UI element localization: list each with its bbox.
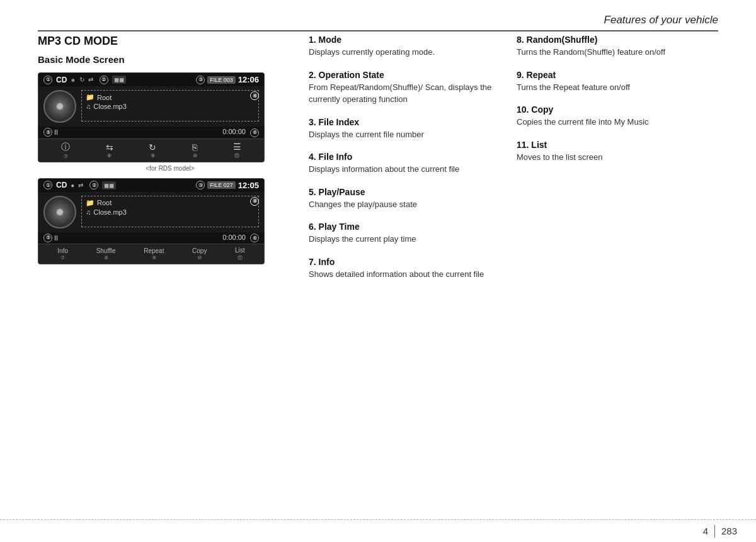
item-desc: Displays the current play time <box>309 233 498 246</box>
item-group: 5. Play/PauseChanges the play/pause stat… <box>309 187 498 211</box>
header-bar <box>38 30 718 31</box>
num5-badge: ⑤ <box>43 128 52 137</box>
item-desc: Copies the current file into My Music <box>517 116 706 128</box>
copy-label: Copy <box>192 247 207 254</box>
item-num: 11. List <box>517 140 706 150</box>
s2-num1-badge: ① <box>43 181 52 189</box>
mid-items-container: 1. ModeDisplays currently operating mode… <box>309 35 498 280</box>
s2-num6-badge: ⑥ <box>250 234 259 242</box>
num3-badge: ③ <box>196 76 205 84</box>
item-group: 2. Operation StateFrom Repeat/Random(Shu… <box>309 70 498 106</box>
nav2-copy[interactable]: Copy ⑩ <box>192 247 207 261</box>
right-items-container: 8. Random(Shuffle)Turns the Random(Shuff… <box>517 35 706 163</box>
page-title: MP3 CD MODE <box>38 35 302 48</box>
screen2-top-left: ① CD ● ⇄ ② ◼◼ <box>43 181 116 189</box>
item-group: 4. File InfoDisplays information about t… <box>309 152 498 176</box>
page-number: 283 <box>721 526 737 536</box>
item-num: 1. Mode <box>309 35 498 45</box>
screen2-bottom-bar: ⑤ II 0:00:00 ⑥ <box>38 232 264 244</box>
screen1-cd-label: CD <box>56 76 67 84</box>
s2-num7: ⑦ <box>60 255 65 261</box>
mid-column: 1. ModeDisplays currently operating mode… <box>309 35 498 291</box>
list-icon: ☰ <box>233 142 241 152</box>
screen1-bottom-bar: ⑤ II 0:00:00 ⑥ <box>38 127 264 138</box>
item-desc: Moves to the list screen <box>517 151 706 164</box>
file2-name: Close.mp3 <box>93 208 127 216</box>
nav2-list[interactable]: List ⑪ <box>235 247 245 261</box>
screen2-file-badge: FILE 027 <box>207 181 236 189</box>
item-desc: Turns the Random(Shuffle) feature on/off <box>517 46 706 59</box>
item-desc: From Repeat/Random(Shuffle)/ Scan, displ… <box>309 81 498 106</box>
item-desc: Displays information about the current f… <box>309 163 498 176</box>
s2-num2-badge: ② <box>89 181 98 189</box>
screen2-main: 📁 Root ♫ Close.mp3 ④ <box>38 192 264 232</box>
item-num: 5. Play/Pause <box>309 187 498 197</box>
time2-display: 0:00:00 ⑥ <box>222 234 259 243</box>
s2-num11: ⑪ <box>238 254 243 261</box>
item-num: 7. Info <box>309 257 498 267</box>
s2-num10: ⑩ <box>197 255 202 261</box>
num2-badge: ② <box>100 76 108 84</box>
screen1-nav-bar: ⓘ ⑦ ⇆ ⑧ ↻ ⑨ ⎘ ⑩ ☰ ⑪ <box>38 138 264 162</box>
play-state: ⑤ II <box>43 128 58 137</box>
num4-badge: ④ <box>250 91 259 100</box>
shuffle-icon: ⇆ <box>106 142 113 152</box>
repeat-icon: ↻ <box>149 142 156 152</box>
list-label: List <box>235 247 245 254</box>
main-content: MP3 CD MODE Basic Mode Screen ① CD ● ↻ ⇄… <box>38 35 718 519</box>
s2-num8: ⑧ <box>104 255 108 261</box>
nav-list: ☰ ⑪ <box>233 142 241 159</box>
screen2-mockup: ① CD ● ⇄ ② ◼◼ ③ FILE 027 12:05 <box>38 178 265 265</box>
s2-num3-badge: ③ <box>196 181 205 189</box>
nav2-info[interactable]: Info ⑦ <box>57 247 68 261</box>
item-group: 9. RepeatTurns the Repeat feature on/off <box>517 70 706 94</box>
item-num: 3. File Index <box>309 117 498 127</box>
item-num: 8. Random(Shuffle) <box>517 35 706 45</box>
chapter-number: 4 <box>703 526 708 536</box>
note2-icon: ♫ <box>86 208 91 216</box>
screen1-mockup: ① CD ● ↻ ⇄ ② ◼◼ ③ FILE 003 12:06 <box>38 72 265 162</box>
screen2-nav-bar: Info ⑦ Shuffle ⑧ Repeat ⑨ Copy ⑩ List <box>38 244 264 264</box>
folder-icon: 📁 <box>86 93 94 101</box>
s2-num4-badge: ④ <box>250 197 259 206</box>
file-name: Close.mp3 <box>93 103 127 110</box>
item-num: 10. Copy <box>517 104 706 115</box>
copy-icon: ⎘ <box>192 142 197 152</box>
file2-row: ♫ Close.mp3 <box>86 208 255 216</box>
play2-symbol: II <box>54 234 58 242</box>
num9-label: ⑨ <box>151 153 155 159</box>
folder2-row: 📁 Root <box>86 199 255 207</box>
footer: 4 283 <box>0 519 756 542</box>
disc-icon <box>43 90 76 123</box>
item-group: 7. InfoShows detailed information about … <box>309 257 498 281</box>
header-title: Features of your vehicle <box>604 14 718 26</box>
play-time: 0:00:00 <box>222 128 246 135</box>
item-num: 9. Repeat <box>517 70 706 80</box>
folder-row: 📁 Root <box>86 93 255 101</box>
s2-num5-badge: ⑤ <box>43 234 52 242</box>
footer-page: 4 283 <box>703 525 737 538</box>
num1-badge: ① <box>43 76 52 84</box>
sub-title: Basic Mode Screen <box>38 54 302 65</box>
num6-badge: ⑥ <box>250 128 259 137</box>
rds-label: <for RDS model> <box>38 165 302 172</box>
num8-label: ⑧ <box>107 153 112 159</box>
nav2-repeat[interactable]: Repeat ⑨ <box>144 247 164 261</box>
item-desc: Turns the Repeat feature on/off <box>517 81 706 94</box>
play-symbol: II <box>54 128 58 136</box>
repeat-label: Repeat <box>144 247 164 254</box>
screen1-top-left: ① CD ● ↻ ⇄ ② ◼◼ <box>43 76 126 84</box>
nav-info: ⓘ ⑦ <box>61 142 70 159</box>
item-group: 11. ListMoves to the list screen <box>517 140 706 164</box>
disc-center <box>57 103 63 110</box>
time-display: 0:00:00 ⑥ <box>222 128 259 137</box>
nav-repeat: ↻ ⑨ <box>149 142 156 159</box>
note-icon: ♫ <box>86 103 91 110</box>
item-num: 2. Operation State <box>309 70 498 80</box>
item-desc: Shows detailed information about the cur… <box>309 268 498 281</box>
nav2-shuffle[interactable]: Shuffle ⑧ <box>96 247 116 261</box>
footer-separator <box>714 525 715 538</box>
left-column: MP3 CD MODE Basic Mode Screen ① CD ● ↻ ⇄… <box>38 35 302 267</box>
s2-num9: ⑨ <box>152 255 156 261</box>
play2-state: ⑤ II <box>43 234 58 242</box>
